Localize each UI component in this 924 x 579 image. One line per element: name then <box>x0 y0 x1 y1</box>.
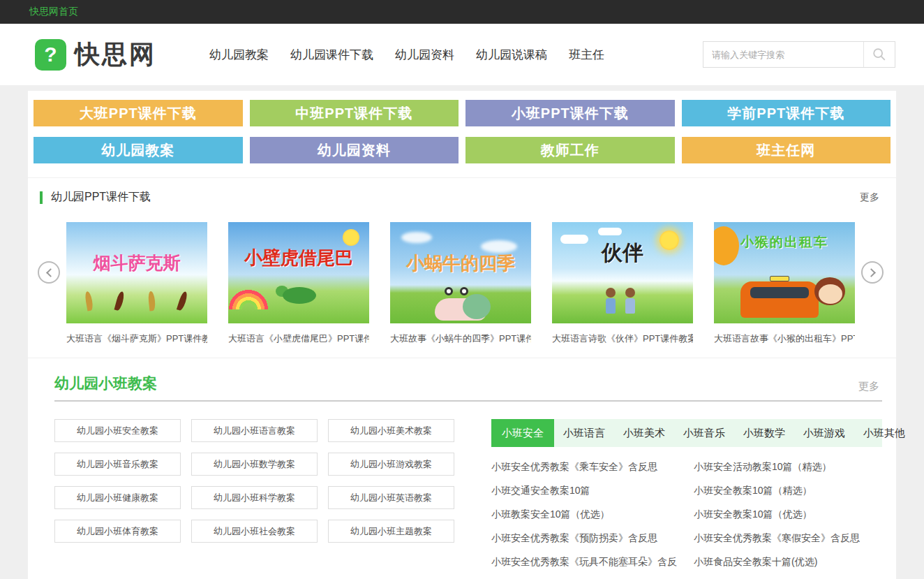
carousel-next-button[interactable] <box>861 261 884 284</box>
card-caption: 大班语言诗歌《伙伴》PPT课件教案 <box>552 332 693 345</box>
thumb-title: 伙伴 <box>552 239 693 267</box>
lesson-category-tiyu[interactable]: 幼儿园小班体育教案 <box>54 520 181 543</box>
article-link[interactable]: 小班安全活动教案10篇（精选） <box>694 461 882 474</box>
lesson-category-zhuti[interactable]: 幼儿园小班主题教案 <box>328 520 454 543</box>
lesson-category-shuxue[interactable]: 幼儿园小班数学教案 <box>191 453 318 476</box>
lesson-category-yuyan[interactable]: 幼儿园小班语言教案 <box>191 419 318 442</box>
list-item: 小班安全优秀教案《寒假安全》含反思 <box>694 532 882 546</box>
saxophone-icon <box>148 291 156 312</box>
carousel-cards: 烟斗萨克斯 大班语言《烟斗萨克斯》PPT课件教 小壁虎借尾巴 大班语言《小壁虎借… <box>66 222 896 345</box>
taxi-icon <box>740 281 819 318</box>
card-thumbnail: 烟斗萨克斯 <box>66 222 207 323</box>
list-item: 小班安全活动教案10篇（精选） <box>694 461 882 475</box>
lesson-category-shehui[interactable]: 幼儿园小班社会教案 <box>191 520 318 543</box>
ppt-section-title: 幼儿园PPT课件下载 <box>51 190 151 205</box>
tab-xiaoban-qita[interactable]: 小班其他 <box>854 419 914 447</box>
list-item: 小班教案安全10篇（优选） <box>491 508 694 522</box>
lesson-tabs: 小班安全 小班语言 小班美术 小班音乐 小班数学 小班游戏 小班其他 <box>491 419 882 447</box>
lesson-more-link[interactable]: 更多 <box>858 380 879 393</box>
category-button-grid: 大班PPT课件下载 中班PPT课件下载 小班PPT课件下载 学前PPT课件下载 … <box>28 91 896 173</box>
article-column-1: 小班安全优秀教案《乘车安全》含反思 小班交通安全教案10篇 小班教案安全10篇（… <box>491 461 694 579</box>
pipe-icon <box>177 291 188 311</box>
article-link[interactable]: 小班安全优秀教案《预防拐卖》含反思 <box>491 532 694 545</box>
search-box <box>703 41 895 68</box>
lesson-section-body: 幼儿园小班安全教案 幼儿园小班语言教案 幼儿园小班美术教案 幼儿园小班音乐教案 … <box>28 402 896 579</box>
article-link[interactable]: 小班安全优秀教案《玩具不能塞耳朵》含反 <box>491 556 694 569</box>
header: ? 快思网 幼儿园教案 幼儿园课件下载 幼儿园资料 幼儿园说课稿 班主任 <box>0 24 924 85</box>
ppt-section-header: 幼儿园PPT课件下载 更多 <box>28 177 896 205</box>
article-link[interactable]: 小班安全教案10篇（精选） <box>694 485 882 497</box>
cloud-icon <box>401 232 432 243</box>
article-link[interactable]: 小班教案安全10篇（优选） <box>491 508 694 521</box>
category-button-ziliao[interactable]: 幼儿园资料 <box>250 137 459 163</box>
article-column-2: 小班安全活动教案10篇（精选） 小班安全教案10篇（精选） 小班安全教案10篇（… <box>694 461 882 579</box>
category-button-banzhuren[interactable]: 班主任网 <box>682 137 891 163</box>
list-item: 小班安全教案10篇（优选） <box>694 508 882 522</box>
thumb-title: 小猴的出租车 <box>714 233 855 251</box>
kids-icon <box>625 288 636 314</box>
tab-xiaoban-shuxue[interactable]: 小班数学 <box>734 419 794 447</box>
ppt-card[interactable]: 小猴的出租车 大班语言故事《小猴的出租车》PPT <box>714 222 855 345</box>
lesson-category-yinyue[interactable]: 幼儿园小班音乐教案 <box>54 453 181 476</box>
card-caption: 大班语言《烟斗萨克斯》PPT课件教 <box>66 332 207 345</box>
home-link[interactable]: 快思网首页 <box>29 6 78 18</box>
nav-item-banzhuren[interactable]: 班主任 <box>569 47 604 63</box>
category-button-xiaoban-ppt[interactable]: 小班PPT课件下载 <box>465 100 675 126</box>
thumb-title: 烟斗萨克斯 <box>66 251 207 274</box>
list-item: 小班安全优秀教案《乘车安全》含反思 <box>491 461 694 475</box>
ppt-carousel: 烟斗萨克斯 大班语言《烟斗萨克斯》PPT课件教 小壁虎借尾巴 大班语言《小壁虎借… <box>28 205 896 345</box>
search-button[interactable] <box>863 42 895 67</box>
tab-xiaoban-youxi[interactable]: 小班游戏 <box>794 419 854 447</box>
category-button-xueqian-ppt[interactable]: 学前PPT课件下载 <box>682 100 891 126</box>
category-button-jiaoan[interactable]: 幼儿园教案 <box>33 137 243 163</box>
category-button-daban-ppt[interactable]: 大班PPT课件下载 <box>33 100 243 126</box>
cloud-icon <box>598 228 622 235</box>
tab-xiaoban-yuyan[interactable]: 小班语言 <box>554 419 614 447</box>
site-title: 快思网 <box>75 38 156 72</box>
lesson-category-jiankang[interactable]: 幼儿园小班健康教案 <box>54 486 181 509</box>
ppt-card[interactable]: 小壁虎借尾巴 大班语言《小壁虎借尾巴》PPT课件 <box>228 222 369 345</box>
section-accent-bar <box>40 191 43 204</box>
article-links: 小班安全优秀教案《乘车安全》含反思 小班交通安全教案10篇 小班教案安全10篇（… <box>491 461 882 579</box>
lesson-category-kexue[interactable]: 幼儿园小班科学教案 <box>191 486 318 509</box>
nav-item-shuokegao[interactable]: 幼儿园说课稿 <box>476 47 547 63</box>
article-link[interactable]: 小班安全优秀教案《寒假安全》含反思 <box>694 532 882 545</box>
thumb-title: 小蜗牛的四季 <box>390 251 531 276</box>
carousel-prev-button[interactable] <box>38 261 60 284</box>
lesson-section-header: 幼儿园小班教案 更多 <box>28 358 896 400</box>
ppt-card[interactable]: 伙伴 大班语言诗歌《伙伴》PPT课件教案 <box>552 222 693 345</box>
article-link[interactable]: 小班安全教案10篇（优选） <box>694 508 882 521</box>
article-link[interactable]: 小班食品安全教案十篇(优选) <box>694 556 882 569</box>
ppt-card[interactable]: 小蜗牛的四季 大班故事《小蜗牛的四季》PPT课件 <box>390 222 531 345</box>
card-thumbnail: 小壁虎借尾巴 <box>228 222 369 323</box>
search-icon <box>872 47 887 62</box>
snail-icon <box>460 287 468 295</box>
lesson-category-youxi[interactable]: 幼儿园小班游戏教案 <box>328 453 454 476</box>
category-button-zhongban-ppt[interactable]: 中班PPT课件下载 <box>250 100 459 126</box>
thumb-title: 小壁虎借尾巴 <box>228 246 369 270</box>
tab-xiaoban-anquan[interactable]: 小班安全 <box>491 419 554 447</box>
site-logo[interactable]: ? 快思网 <box>35 38 156 72</box>
list-item: 小班安全优秀教案《玩具不能塞耳朵》含反 <box>491 556 694 570</box>
card-thumbnail: 小蜗牛的四季 <box>390 222 531 323</box>
ppt-more-link[interactable]: 更多 <box>860 191 879 204</box>
card-thumbnail: 小猴的出租车 <box>714 222 855 323</box>
tab-xiaoban-meishu[interactable]: 小班美术 <box>614 419 674 447</box>
article-link[interactable]: 小班安全优秀教案《乘车安全》含反思 <box>491 461 694 474</box>
list-item: 小班安全优秀教案《预防拐卖》含反思 <box>491 532 694 546</box>
lesson-articles-panel: 小班安全 小班语言 小班美术 小班音乐 小班数学 小班游戏 小班其他 小班安全优… <box>491 419 882 579</box>
lesson-category-yingyu[interactable]: 幼儿园小班英语教案 <box>328 486 454 509</box>
gecko-icon <box>283 287 316 304</box>
lesson-category-meishu[interactable]: 幼儿园小班美术教案 <box>328 419 454 442</box>
topbar: 快思网首页 <box>0 0 924 24</box>
category-button-jiaoshi[interactable]: 教师工作 <box>465 137 675 163</box>
nav-item-jiaoan[interactable]: 幼儿园教案 <box>209 47 269 63</box>
article-link[interactable]: 小班交通安全教案10篇 <box>491 485 694 497</box>
nav-item-kejian[interactable]: 幼儿园课件下载 <box>290 47 373 63</box>
tab-xiaoban-yinyue[interactable]: 小班音乐 <box>674 419 734 447</box>
lesson-category-anquan[interactable]: 幼儿园小班安全教案 <box>54 419 181 442</box>
ppt-card[interactable]: 烟斗萨克斯 大班语言《烟斗萨克斯》PPT课件教 <box>66 222 207 345</box>
search-input[interactable] <box>703 42 863 67</box>
nav-item-ziliao[interactable]: 幼儿园资料 <box>395 47 454 63</box>
main-content: 大班PPT课件下载 中班PPT课件下载 小班PPT课件下载 学前PPT课件下载 … <box>28 91 896 579</box>
